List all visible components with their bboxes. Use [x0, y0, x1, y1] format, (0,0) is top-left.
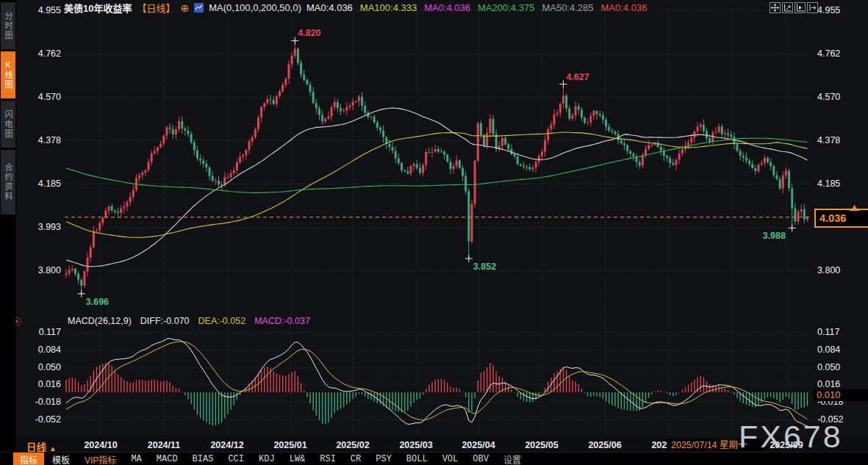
- y-axis-label-right: 4.762: [817, 48, 840, 59]
- extreme-label-3.696: 3.696: [86, 297, 109, 307]
- toolbar-item-ma[interactable]: MA: [124, 453, 148, 465]
- toolbar-item-kdj[interactable]: KDJ: [252, 453, 281, 465]
- y-axis-label-right: 3.800: [817, 265, 840, 275]
- ma-value-1: MA100:4.333: [360, 2, 417, 13]
- x-axis-label-2025/06: 2025/06: [588, 440, 621, 450]
- sidebar-item-kline-chart[interactable]: K线图: [1, 51, 15, 98]
- y-axis-label-right: 4.955: [817, 5, 840, 15]
- macd-axis-label-left: 0.117: [22, 327, 61, 337]
- x-axis-label-2025/05: 2025/05: [525, 440, 558, 450]
- macd-dea-value: DEA:-0.052: [198, 316, 246, 326]
- toolbar-item-indicator[interactable]: 指标: [13, 453, 44, 465]
- chart-tools: [770, 2, 818, 13]
- extreme-label-3.988: 3.988: [763, 231, 786, 241]
- y-axis-label-left: 3.993: [22, 222, 61, 232]
- add-indicator-icon[interactable]: ⊕: [180, 3, 189, 13]
- zoom-x-axis-icon[interactable]: [795, 2, 806, 13]
- macd-params-label: MACD(26,12,9): [68, 316, 132, 326]
- macd-axis-label-left: 0.050: [22, 362, 61, 372]
- macd-header: MACD(26,12,9) DIFF:-0.070 DEA:-0.052 MAC…: [68, 316, 310, 326]
- extreme-label-4.627: 4.627: [566, 72, 589, 82]
- instrument-title: 美债10年收益率: [64, 1, 132, 15]
- x-axis-label-2025/09: 2025/09: [770, 440, 803, 450]
- ma-value-0: MA0:4.036: [306, 2, 353, 13]
- date-tooltip: 2025/07/14 星期一: [667, 439, 766, 451]
- last-price-tag: 4.036: [814, 209, 868, 228]
- toolbar-item-rsi[interactable]: RSI: [313, 453, 342, 465]
- x-axis-label-2025/01: 2025/01: [273, 440, 306, 450]
- extreme-label-3.852: 3.852: [473, 262, 496, 272]
- pan-tool-icon[interactable]: [770, 2, 781, 13]
- macd-axis-label-right: -0.052: [817, 414, 843, 425]
- x-axis-label-2024/11: 2024/11: [148, 440, 181, 450]
- macd-diff-value: DIFF:-0.070: [140, 316, 190, 326]
- x-axis-label-2024/12: 2024/12: [210, 440, 243, 450]
- macd-macd-value: MACD:-0.037: [254, 316, 310, 326]
- macd-axis-label-left: 0.016: [22, 379, 61, 389]
- toolbar-item-cr[interactable]: CR: [344, 453, 367, 465]
- ma-value-3: MA200:4.375: [478, 2, 534, 13]
- indicator-toolbar: 指标模板VIP指标MAMACDBIASCCIKDJLW&RSICRPSYBOLL…: [0, 452, 868, 465]
- x-axis-label-2025/03: 2025/03: [399, 440, 432, 450]
- ma-value-5: MA0:4.036: [601, 2, 648, 13]
- sidebar-item-time-chart[interactable]: 分时图: [1, 2, 15, 49]
- toolbar-item-template[interactable]: 模板: [46, 453, 76, 465]
- price-alert-icon[interactable]: ▲: [850, 203, 859, 211]
- y-axis-label-left: 4.185: [22, 179, 61, 189]
- macd-axis-label-left: 0.084: [22, 345, 61, 355]
- extreme-label-4.820: 4.820: [298, 28, 320, 38]
- y-axis-label-left: 4.378: [22, 135, 61, 145]
- kline-chart-app: { "header": { "title": "美债10年收益率", "peri…: [0, 0, 868, 465]
- macd-axis-label-left: -0.018: [22, 397, 61, 407]
- chart-header: 美债10年收益率 【日线】 ⊕ MA(0,100,0,200,50,0) MA0…: [64, 1, 647, 14]
- mini-chart-icon[interactable]: [194, 3, 204, 12]
- y-axis-label-right: 4.570: [817, 92, 840, 102]
- ma-value-2: MA0:4.036: [424, 2, 470, 13]
- toolbar-item-vol[interactable]: VOL: [436, 453, 465, 465]
- chart-canvas[interactable]: [0, 0, 868, 465]
- period-tag[interactable]: 【日线】: [137, 1, 175, 15]
- macd-axis-label-right: 0.016: [817, 379, 840, 389]
- y-axis-label-left: 4.762: [22, 48, 61, 59]
- y-axis-label-right: 4.185: [817, 179, 840, 189]
- x-axis-label-2024/10: 2024/10: [84, 440, 117, 450]
- sidebar-item-contract-info[interactable]: 合约资料: [1, 150, 15, 215]
- toolbar-item-bias[interactable]: BIAS: [186, 453, 220, 465]
- toolbar-item-macd[interactable]: MACD: [150, 453, 184, 465]
- y-axis-label-left: 3.800: [22, 265, 61, 275]
- zoom-y-axis-icon[interactable]: [782, 2, 793, 13]
- pan-right-icon[interactable]: [807, 2, 818, 13]
- ma-value-4: MA50:4.285: [542, 2, 593, 13]
- sidebar-item-flash-chart[interactable]: 闪电图: [1, 101, 15, 148]
- macd-value-tag: 0.010: [814, 389, 868, 401]
- toolbar-item-vip-indicator[interactable]: VIP指标: [78, 453, 123, 465]
- toolbar-item-obv[interactable]: OBV: [466, 453, 495, 465]
- toolbar-item-lw[interactable]: LW&: [283, 453, 312, 465]
- ma-params: MA(0,100,0,200,50,0): [209, 2, 301, 13]
- x-axis-label-2025/04: 2025/04: [462, 440, 495, 450]
- macd-axis-label-left: -0.052: [22, 414, 61, 425]
- y-axis-label-right: 4.378: [817, 135, 840, 145]
- macd-axis-label-right: 0.084: [817, 345, 840, 355]
- toolbar-item-psy[interactable]: PSY: [369, 453, 398, 465]
- toolbar-item-settings[interactable]: 设置: [497, 453, 528, 465]
- macd-axis-label-right: 0.050: [817, 362, 840, 372]
- macd-axis-label-right: 0.117: [817, 327, 839, 337]
- ma-values: MA0:4.036MA100:4.333MA0:4.036MA200:4.375…: [306, 2, 647, 13]
- chart-type-sidebar: 分时图K线图闪电图合约资料: [0, 0, 16, 465]
- toolbar-item-cci[interactable]: CCI: [221, 453, 251, 465]
- x-axis-label-2025/02: 2025/02: [336, 440, 369, 450]
- y-axis-label-left: 4.955: [22, 5, 61, 15]
- y-axis-label-left: 4.570: [22, 92, 61, 102]
- toolbar-item-boll[interactable]: BOLL: [400, 453, 434, 465]
